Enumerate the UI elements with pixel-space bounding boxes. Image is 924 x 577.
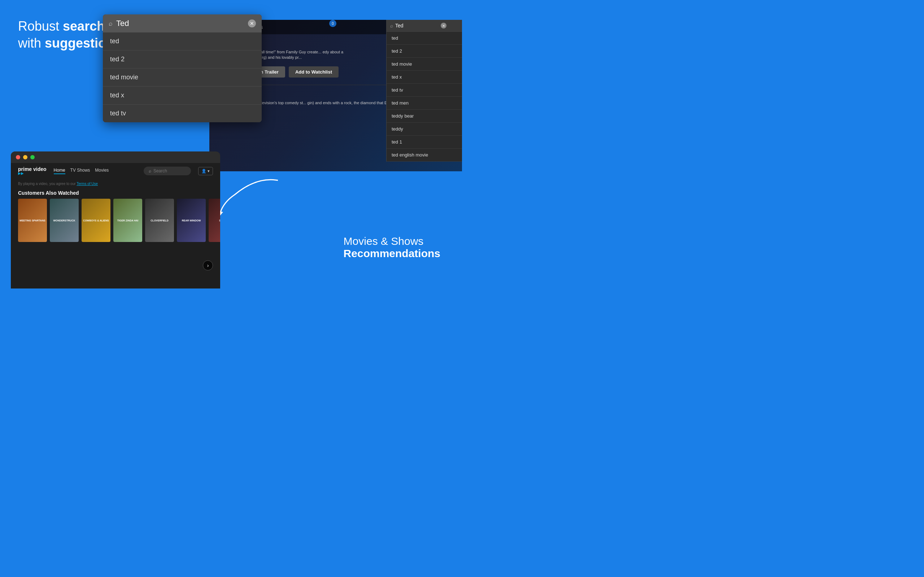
suggestion-item-3[interactable]: ted movie (103, 69, 262, 87)
search-input[interactable] (116, 19, 244, 28)
tv-suggestion-7[interactable]: teddy bear (386, 110, 462, 122)
movie-title-3: COWBOYS & ALIENS (82, 218, 110, 223)
prime-logo-text: prime video (18, 167, 47, 172)
laptop-search-input[interactable] (153, 168, 186, 174)
bottom-right-text-block: Movies & Shows Recommendations (344, 235, 440, 259)
tv-search-dropdown: ⌕ ✕ ted ted 2 ted movie ted x ted tv ted… (386, 20, 462, 161)
movie-poster-1: MEETING SPARTANS (18, 199, 47, 242)
movie-title-5: CLOVERFIELD (149, 218, 170, 223)
laptop-device: prime video ▶▶ Home TV Shows Movies ⌕ 👤 … (11, 152, 220, 288)
movie-card-3[interactable]: COWBOYS & ALIENS (82, 199, 110, 242)
laptop-titlebar (11, 152, 220, 163)
bottom-arrow-icon (213, 173, 285, 216)
maximize-dot[interactable] (30, 155, 35, 160)
add-to-watchlist-button[interactable]: Add to Watchlist (289, 66, 339, 77)
tv-suggestion-9[interactable]: ted 1 (386, 135, 462, 148)
tv-search-bar[interactable]: ⌕ ✕ (386, 20, 462, 32)
minimize-dot[interactable] (23, 155, 27, 160)
suggestion-item-2[interactable]: ted 2 (103, 50, 262, 69)
tv-search-icon: ⌕ (390, 23, 393, 29)
tv-search-input[interactable] (395, 23, 439, 29)
customers-also-watched-title: Customers Also Watched (11, 189, 220, 199)
tv-suggestion-8[interactable]: teddy (386, 122, 462, 135)
suggestion-item-4[interactable]: ted x (103, 87, 262, 105)
search-widget: ⌕ ✕ ted ted 2 ted movie ted x ted tv (103, 15, 262, 122)
suggestion-item-1[interactable]: ted (103, 32, 262, 50)
search-bar[interactable]: ⌕ ✕ (103, 15, 262, 32)
nav-tv-shows-link[interactable]: TV Shows (70, 168, 90, 174)
tv-suggestion-4[interactable]: ted x (386, 71, 462, 84)
movie-poster-3: COWBOYS & ALIENS (82, 199, 110, 242)
movie-card-1[interactable]: MEETING SPARTANS (18, 199, 47, 242)
laptop-search-bar[interactable]: ⌕ (144, 167, 191, 175)
tv-notification-badge: 0 (329, 20, 336, 27)
terms-bar: By playing a video, you agree to our Ter… (11, 179, 220, 189)
laptop-nav-links: Home TV Shows Movies (54, 168, 109, 174)
movie-poster-6: REAR WINDOW (177, 199, 206, 242)
movie-title-1: MEETING SPARTANS (18, 218, 47, 223)
movie-poster-5: CLOVERFIELD (145, 199, 174, 242)
prime-logo-arrow: ▶▶ (18, 172, 47, 175)
movie-card-6[interactable]: REAR WINDOW (177, 199, 206, 242)
tv-suggestion-5[interactable]: ted tv (386, 84, 462, 97)
movie-carousel: MEETING SPARTANS WONDERSTRUCK COWBOYS & … (11, 199, 220, 242)
movie-title-6: REAR WINDOW (181, 218, 202, 223)
movie-card-2[interactable]: WONDERSTRUCK (50, 199, 79, 242)
movie-title-4: TIGER ZINDA HAI (116, 218, 140, 223)
movie-card-4[interactable]: TIGER ZINDA HAI (113, 199, 142, 242)
suggestions-list: ted ted 2 ted movie ted x ted tv (103, 32, 262, 122)
movie-card-5[interactable]: CLOVERFIELD (145, 199, 174, 242)
clear-search-button[interactable]: ✕ (248, 19, 256, 27)
tv-suggestion-3[interactable]: ted movie (386, 58, 462, 71)
movie-poster-7: SHOW (208, 199, 220, 242)
carousel-next-button[interactable]: › (203, 260, 213, 271)
nav-movies-link[interactable]: Movies (95, 168, 109, 174)
tv-suggestion-6[interactable]: ted men (386, 97, 462, 110)
movie-poster-2: WONDERSTRUCK (50, 199, 79, 242)
nav-home-link[interactable]: Home (54, 168, 65, 174)
movie-card-7[interactable]: SHOW (208, 199, 220, 242)
bottom-text-line2: Recommendations (344, 247, 440, 259)
terms-text: By playing a video, you agree to our (18, 182, 76, 186)
tv-suggestion-10[interactable]: ted english movie (386, 148, 462, 161)
laptop-search-icon: ⌕ (149, 168, 151, 174)
user-menu-button[interactable]: 👤 ▾ (198, 167, 213, 175)
search-icon: ⌕ (109, 20, 113, 27)
terms-link[interactable]: Terms of Use (76, 182, 98, 186)
movie-title-7: SHOW (218, 218, 220, 223)
bottom-text-line1: Movies & Shows (344, 235, 440, 247)
tv-suggestion-2[interactable]: ted 2 (386, 45, 462, 58)
movie-poster-4: TIGER ZINDA HAI (113, 199, 142, 242)
movie-title-2: WONDERSTRUCK (52, 218, 76, 223)
tv-clear-button[interactable]: ✕ (441, 23, 446, 29)
close-dot[interactable] (16, 155, 20, 160)
laptop-navbar: prime video ▶▶ Home TV Shows Movies ⌕ 👤 … (11, 163, 220, 179)
prime-video-logo: prime video ▶▶ (18, 167, 47, 175)
suggestion-item-5[interactable]: ted tv (103, 105, 262, 122)
tv-suggestion-1[interactable]: ted (386, 32, 462, 45)
